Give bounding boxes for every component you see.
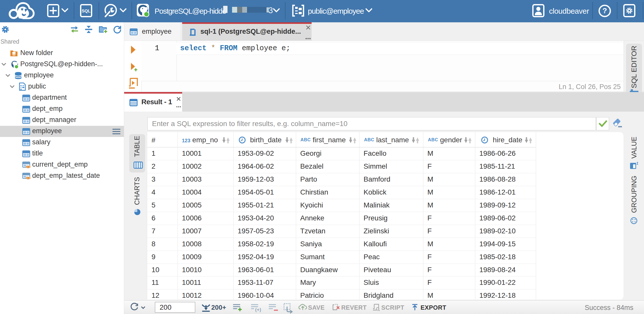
svg-text:(+): (+)	[255, 307, 261, 312]
svg-text:SQL: SQL	[82, 9, 91, 13]
svg-text:?: ?	[602, 6, 607, 15]
